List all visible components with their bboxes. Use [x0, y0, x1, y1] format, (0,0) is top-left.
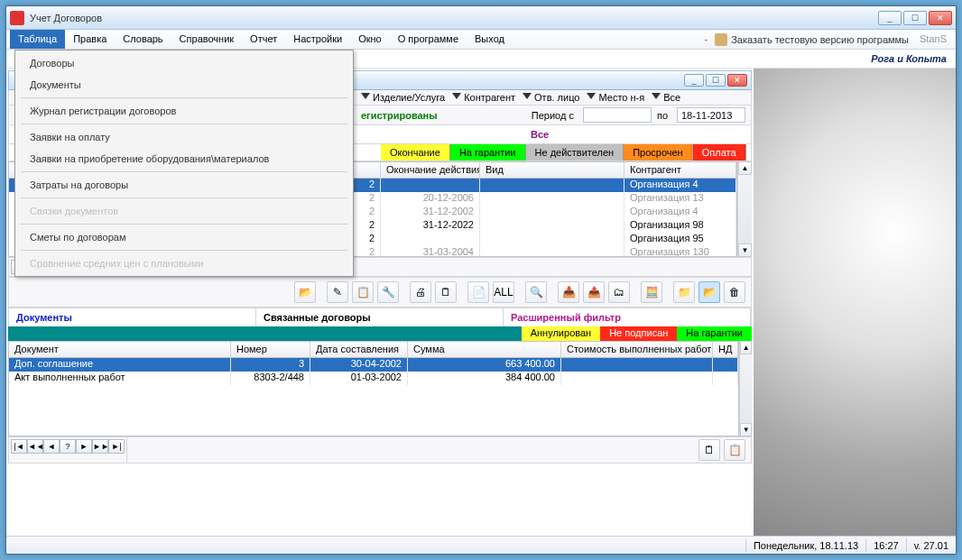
dropdown-item[interactable]: Затраты на договоры	[17, 174, 351, 196]
toolbar-button[interactable]: 🖨	[410, 281, 431, 303]
menu-window[interactable]: Окно	[350, 30, 390, 49]
documents-grid[interactable]: Документ Номер Дата составления Сумма Ст…	[8, 341, 739, 436]
menu-edit[interactable]: Правка	[65, 30, 115, 49]
mdi-maximize[interactable]: ☐	[706, 74, 726, 87]
col-end[interactable]: Окончание действия	[381, 162, 480, 178]
main-window: Учет Договоров _ ☐ ✕ Таблица Правка Слов…	[5, 5, 957, 555]
filter-location[interactable]: Место н-я	[598, 92, 644, 103]
status-tabstrip: Окончание На гарантии Не действителен Пр…	[381, 144, 751, 161]
maximize-button[interactable]: ☐	[903, 11, 927, 25]
table-row[interactable]: Доп. соглашение330-04-2002663 400.00	[9, 358, 738, 372]
toolbar-button[interactable]: 📂	[294, 281, 316, 303]
close-button[interactable]: ✕	[929, 11, 952, 25]
filter-all[interactable]: Все	[663, 92, 680, 103]
section-tabs: Документы Связанные договоры Расширенный…	[8, 308, 752, 326]
col-nd[interactable]: НД	[713, 342, 738, 357]
tab-payment[interactable]: Оплата	[693, 144, 746, 161]
toolbar-btn[interactable]: 🗒	[698, 439, 720, 461]
dropdown-item[interactable]: Заявки на приобретение оборудования\мате…	[17, 148, 351, 170]
col-date[interactable]: Дата составления	[310, 342, 408, 357]
all-title: Все	[525, 125, 751, 143]
action-toolbar: 📂✎📋🔧🖨🗒📄ALL🔍📥📤🗂🧮📁📂🗑	[8, 277, 752, 308]
menu-dictionary[interactable]: Словарь	[115, 30, 171, 49]
status-day: Понедельник, 18.11.13	[745, 538, 865, 553]
scroll-down-icon[interactable]: ▼	[740, 423, 752, 436]
section-docs[interactable]: Документы	[9, 308, 256, 326]
funnel-icon[interactable]	[361, 93, 370, 102]
menu-exit[interactable]: Выход	[467, 30, 513, 49]
nav-button[interactable]: |◄	[11, 439, 27, 454]
menu-table[interactable]: Таблица	[10, 30, 65, 49]
dropdown-item[interactable]: Документы	[17, 74, 351, 96]
toolbar-button[interactable]: 📋	[352, 281, 374, 303]
dropdown-item[interactable]: Сметы по договорам	[17, 226, 351, 248]
tab-overdue[interactable]: Просрочен	[624, 144, 693, 161]
toolbar-button[interactable]: ✎	[327, 281, 348, 303]
scroll-up-icon[interactable]: ▲	[740, 341, 752, 354]
funnel-icon[interactable]	[587, 93, 596, 102]
toolbar-button[interactable]: 🗒	[435, 281, 457, 303]
table-row[interactable]: Акт выполненных работ8303-2/44801-03-200…	[9, 372, 738, 385]
date-to-input[interactable]	[677, 107, 745, 123]
filter-counterparty[interactable]: Контрагент	[464, 92, 515, 103]
toolbar-button[interactable]: 📄	[467, 281, 489, 303]
toolbar-button[interactable]: 🗂	[608, 281, 630, 303]
app-icon	[10, 11, 24, 25]
order-trial-link[interactable]: Заказать тестовую версию программы	[709, 30, 914, 49]
dropdown-item[interactable]: Договоры	[17, 52, 351, 74]
tab-warranty[interactable]: На гарантии	[450, 144, 526, 161]
col-cost[interactable]: Стоимость выполненных работ	[561, 342, 713, 357]
toolbar-button[interactable]: 🧮	[641, 281, 662, 303]
dropdown-item[interactable]: Журнал регистрации договоров	[17, 100, 351, 122]
toolbar-button[interactable]: 🔧	[377, 281, 399, 303]
funnel-icon[interactable]	[452, 93, 461, 102]
nav-button[interactable]: ?	[60, 439, 76, 454]
statusbar: Понедельник, 18.11.13 16:27 v. 27.01	[6, 536, 956, 554]
col-counterparty[interactable]: Контрагент	[624, 162, 736, 178]
menu-report[interactable]: Отчет	[242, 30, 285, 49]
col-sum[interactable]: Сумма	[408, 342, 561, 357]
mdi-close[interactable]: ✕	[727, 74, 747, 87]
col-num[interactable]: Номер	[231, 342, 310, 357]
nav-button[interactable]: ◄◄	[27, 439, 43, 454]
toolbar-button[interactable]: 📂	[698, 281, 720, 303]
menu-about[interactable]: О программе	[390, 30, 467, 49]
tab-end[interactable]: Окончание	[381, 144, 450, 161]
filter-product[interactable]: Изделие/Услуга	[373, 92, 445, 103]
grid-scrollbar[interactable]: ▲ ▼	[739, 341, 752, 436]
col-kind[interactable]: Вид	[480, 162, 624, 178]
scroll-down-icon[interactable]: ▼	[738, 243, 752, 257]
mdi-minimize[interactable]: _	[684, 74, 704, 87]
toolbar-button[interactable]: ALL	[493, 281, 514, 303]
dropdown-item[interactable]: Заявки на оплату	[17, 126, 351, 148]
toolbar-button[interactable]: 📤	[583, 281, 605, 303]
registered-label: егистрированы	[361, 110, 438, 121]
toolbar-button[interactable]: 🗑	[724, 281, 745, 303]
nav-button[interactable]: ►|	[108, 439, 125, 454]
titlebar: Учет Договоров _ ☐ ✕	[6, 6, 956, 30]
nav-button[interactable]: ►►	[92, 439, 108, 454]
col-doc[interactable]: Документ	[9, 342, 231, 357]
tab-invalid[interactable]: Не действителен	[526, 144, 624, 161]
funnel-icon[interactable]	[652, 93, 661, 102]
scroll-up-icon[interactable]: ▲	[738, 161, 752, 175]
menu-reference[interactable]: Справочник	[171, 30, 243, 49]
filter-responsible[interactable]: Отв. лицо	[534, 92, 579, 103]
date-from-input[interactable]	[583, 107, 652, 123]
stans-label: StanS	[914, 30, 952, 49]
menu-settings[interactable]: Настройки	[285, 30, 350, 49]
status-version: v. 27.01	[906, 538, 956, 553]
grid-scrollbar[interactable]: ▲ ▼	[737, 161, 752, 257]
funnel-icon[interactable]	[523, 93, 532, 102]
toolbar-button[interactable]: 🔍	[525, 281, 547, 303]
toolbar-button[interactable]: 📁	[673, 281, 695, 303]
section-filter[interactable]: Расширенный фильтр	[504, 308, 751, 326]
dropdown-item: Сравнение средних цен с плановыми	[17, 252, 351, 274]
section-linked[interactable]: Связанные договоры	[256, 308, 504, 326]
nav-button[interactable]: ►	[76, 439, 92, 454]
toolbar-btn[interactable]: 📋	[724, 439, 745, 461]
nav-button[interactable]: ◄	[43, 439, 60, 454]
toolbar-button[interactable]: 📥	[558, 281, 579, 303]
period-to-label: по	[657, 110, 668, 121]
minimize-button[interactable]: _	[878, 11, 902, 25]
